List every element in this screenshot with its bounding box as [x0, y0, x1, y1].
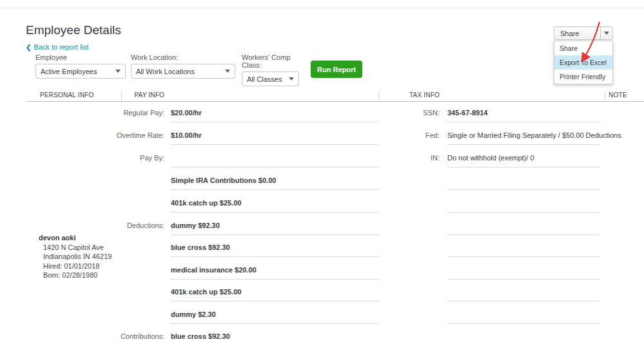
work-location-filter-value: All Work Locations	[136, 68, 195, 75]
employee-filter-value: Active Employees	[41, 68, 97, 75]
tax-info-row: Fed:Single or Married Filing Separately …	[0, 122, 644, 145]
tax-info-row	[0, 257, 644, 280]
tax-info-column: SSN:345-67-8914Fed:Single or Married Fil…	[0, 102, 644, 346]
header-tax-info: TAX INFO	[375, 91, 440, 99]
tax-info-row	[0, 213, 644, 235]
chevron-down-icon	[289, 77, 294, 81]
tax-info-value: Single or Married Filing Separately / $5…	[447, 131, 621, 139]
comp-class-filter: Workers' Comp Class: All Classes	[242, 53, 299, 86]
header-divider	[121, 91, 122, 102]
tax-info-row: SSN:345-67-8914	[0, 102, 644, 122]
tax-info-value: Do not withhold (exempt)/ 0	[447, 154, 534, 162]
tax-info-label: IN:	[360, 154, 440, 162]
work-location-filter-dropdown[interactable]: All Work Locations	[131, 64, 235, 79]
tax-info-row: IN:Do not withhold (exempt)/ 0	[0, 145, 644, 167]
back-to-report-list-link[interactable]: ❮ Back to report list	[26, 43, 88, 51]
share-menu-item-printer-friendly[interactable]: Printer Friendly	[554, 70, 612, 84]
share-menu-item-export-to-excel[interactable]: Export To Excel	[554, 55, 612, 70]
tax-info-label: Fed:	[360, 131, 440, 139]
employee-filter-dropdown[interactable]: Active Employees	[35, 64, 126, 79]
work-location-filter: Work Location: All Work Locations	[131, 53, 235, 79]
header-divider	[605, 91, 605, 102]
employee-filter-label: Employee	[35, 53, 126, 61]
share-menu: ShareExport To ExcelPrinter Friendly	[554, 41, 613, 84]
page-title: Employee Details	[26, 23, 121, 37]
comp-class-filter-dropdown[interactable]: All Classes	[242, 71, 299, 86]
tax-info-row	[0, 190, 644, 213]
chevron-down-icon	[225, 70, 230, 73]
table-header: PERSONAL INFO PAY INFO TAX INFO NOTES	[0, 90, 644, 102]
share-button-label: Share	[554, 27, 600, 39]
back-link-label: Back to report list	[34, 43, 88, 51]
tax-info-row	[0, 324, 644, 346]
top-divider	[0, 8, 644, 8]
back-chevron-icon: ❮	[26, 44, 31, 51]
chevron-down-icon	[115, 70, 121, 73]
share-caret-section[interactable]	[600, 27, 612, 39]
run-report-button[interactable]: Run Report	[311, 61, 362, 78]
tax-info-row	[0, 167, 644, 190]
share-menu-item-share[interactable]: Share	[554, 41, 612, 55]
comp-class-filter-label: Workers' Comp Class:	[242, 53, 299, 69]
header-notes: NOTES	[609, 91, 627, 99]
comp-class-filter-value: All Classes	[247, 75, 282, 83]
tax-info-row	[0, 235, 644, 257]
work-location-filter-label: Work Location:	[131, 53, 235, 61]
employee-filter: Employee Active Employees	[35, 53, 126, 79]
header-personal-info: PERSONAL INFO	[40, 91, 93, 99]
header-divider	[378, 91, 379, 102]
chevron-down-icon	[604, 32, 609, 35]
share-button[interactable]: Share	[554, 26, 613, 40]
tax-info-value: 345-67-8914	[447, 109, 487, 117]
employee-details-page: Employee Details ❮ Back to report list E…	[0, 0, 644, 362]
tax-info-label: SSN:	[360, 109, 440, 117]
tax-info-row	[0, 301, 644, 324]
tax-info-row	[0, 280, 644, 301]
header-pay-info: PAY INFO	[100, 91, 164, 99]
